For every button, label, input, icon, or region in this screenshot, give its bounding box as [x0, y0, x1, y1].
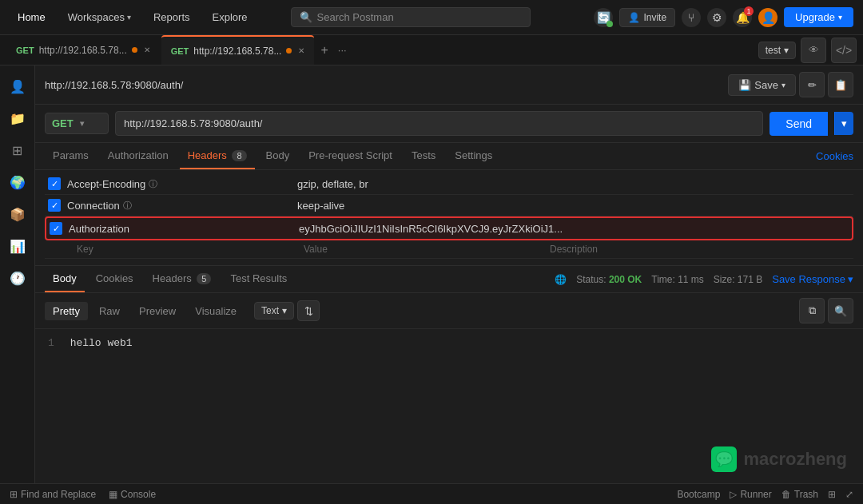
tab-close-1[interactable]: ✕: [144, 46, 150, 54]
git-icon[interactable]: ⑂: [682, 8, 701, 27]
response-size: Size: 171 B: [714, 274, 762, 285]
tab-2[interactable]: GET http://192.168.5.78... ✕: [161, 35, 315, 65]
env-chevron-icon: ▾: [784, 45, 789, 56]
sidebar-new-icon[interactable]: 👤: [3, 72, 32, 101]
nav-workspaces[interactable]: Workspaces ▾: [60, 8, 139, 26]
runner-icon: ▷: [730, 489, 737, 500]
response-body-text: hello web1: [70, 337, 133, 349]
header-value-2: keep-alive: [297, 200, 850, 212]
sync-icon[interactable]: 🔄: [594, 8, 613, 27]
header-row-accept-encoding: ✓ Accept-Encoding ⓘ gzip, deflate, br: [45, 173, 853, 195]
console-button[interactable]: ▦ Console: [109, 489, 156, 500]
edit-button[interactable]: ✏: [799, 72, 825, 97]
sidebar-monitor-icon[interactable]: 📊: [3, 232, 32, 260]
header-checkbox-2[interactable]: ✓: [48, 199, 61, 212]
globe-icon: 🌐: [555, 274, 567, 285]
response-section: Body Cookies Headers 5 Test Results 🌐 St…: [35, 265, 863, 357]
code-view-button[interactable]: </>: [831, 38, 857, 63]
tab-method-1: GET: [16, 46, 34, 55]
sidebar-environments-icon[interactable]: 🌍: [3, 168, 32, 196]
find-replace-button[interactable]: ⊞ Find and Replace: [10, 489, 96, 500]
status-bar: ⊞ Find and Replace ▦ Console Bootcamp ▷ …: [0, 483, 863, 504]
tab-params[interactable]: Params: [45, 143, 97, 169]
nav-home[interactable]: Home: [10, 8, 54, 26]
tab-authorization[interactable]: Authorization: [100, 143, 177, 169]
tab-tests[interactable]: Tests: [404, 143, 443, 169]
headers-table: ✓ Accept-Encoding ⓘ gzip, deflate, br ✓ …: [35, 170, 863, 262]
sidebar-history-icon[interactable]: 🕐: [3, 264, 32, 292]
runner-button[interactable]: ▷ Runner: [730, 489, 771, 500]
line-number-1: 1: [48, 337, 54, 349]
more-tabs-button[interactable]: ···: [335, 44, 350, 56]
user-avatar[interactable]: 👤: [758, 8, 777, 27]
settings-icon[interactable]: ⚙: [707, 8, 726, 27]
nav-reports[interactable]: Reports: [145, 8, 198, 26]
url-input[interactable]: [115, 111, 763, 136]
format-selector[interactable]: Text ▾: [254, 302, 294, 319]
info-icon-1[interactable]: ⓘ: [149, 178, 157, 190]
tab-headers[interactable]: Headers 8: [180, 143, 255, 169]
env-eye-button[interactable]: 👁: [801, 38, 826, 63]
resp-tab-headers[interactable]: Headers 5: [145, 266, 220, 292]
method-selector[interactable]: GET ▾: [45, 113, 109, 134]
top-nav: Home Workspaces ▾ Reports Explore 🔍 Sear…: [0, 0, 863, 35]
tab-prerequest[interactable]: Pre-request Script: [300, 143, 400, 169]
sync-status-indicator: [606, 21, 613, 27]
expand-button[interactable]: ⤢: [845, 489, 853, 500]
tab-1[interactable]: GET http://192.168.5.78... ✕: [6, 35, 160, 65]
header-row-connection: ✓ Connection ⓘ keep-alive: [45, 195, 853, 216]
sidebar-mock-icon[interactable]: 📦: [3, 200, 32, 228]
save-response-button[interactable]: Save Response ▾: [772, 273, 853, 285]
header-key-2: Connection ⓘ: [67, 200, 291, 212]
wechat-icon: 💬: [711, 446, 737, 472]
bootcamp-button[interactable]: Bootcamp: [677, 489, 720, 500]
resp-tab-test-results[interactable]: Test Results: [222, 266, 295, 292]
copy-response-button[interactable]: ⧉: [799, 298, 825, 323]
resp-tab-body[interactable]: Body: [45, 266, 85, 292]
main-content: http://192.168.5.78:9080/auth/ 💾 Save ▾ …: [35, 65, 863, 483]
header-checkbox-1[interactable]: ✓: [48, 177, 61, 190]
save-chevron-icon: ▾: [781, 81, 785, 89]
headers-badge: 8: [232, 150, 246, 161]
tab-settings[interactable]: Settings: [447, 143, 500, 169]
request-line: GET ▾ Send ▾: [35, 105, 863, 143]
header-value-3: eyJhbGciOiJIUzI1NiIsInR5cCI6IkpXVCJ9.eyJ…: [299, 223, 849, 235]
new-tab-button[interactable]: +: [316, 43, 332, 58]
upgrade-chevron-icon: ▾: [838, 13, 842, 22]
header-checkbox-3[interactable]: ✓: [50, 222, 62, 235]
trash-button[interactable]: 🗑 Trash: [781, 489, 818, 500]
save-button[interactable]: 💾 Save ▾: [728, 74, 796, 96]
response-tabs-bar: Body Cookies Headers 5 Test Results 🌐 St…: [35, 266, 863, 293]
resp-headers-badge: 5: [197, 273, 211, 284]
tab-close-2[interactable]: ✕: [298, 46, 304, 55]
cookies-link[interactable]: Cookies: [816, 150, 853, 162]
docs-button[interactable]: 📋: [828, 72, 853, 97]
notification-icon[interactable]: 🔔 1: [733, 8, 752, 27]
sidebar-collections-icon[interactable]: 📁: [3, 104, 32, 133]
search-bar[interactable]: 🔍 Search Postman: [291, 7, 531, 27]
resp-body-tab-preview[interactable]: Preview: [131, 302, 184, 320]
resp-tab-cookies[interactable]: Cookies: [88, 266, 141, 292]
send-dropdown-button[interactable]: ▾: [834, 112, 853, 135]
upgrade-button[interactable]: Upgrade ▾: [784, 7, 853, 27]
resp-body-tab-pretty[interactable]: Pretty: [45, 302, 88, 320]
resp-body-tab-visualize[interactable]: Visualize: [187, 302, 245, 320]
info-icon-2[interactable]: ⓘ: [123, 200, 132, 212]
layout-button[interactable]: ⊞: [828, 489, 836, 500]
response-meta: 🌐 Status: 200 OK Time: 11 ms Size: 171 B…: [555, 273, 853, 285]
invite-button[interactable]: 👤 Invite: [619, 8, 675, 27]
nav-right: 🔄 👤 Invite ⑂ ⚙ 🔔 1 👤 Upgrade ▾: [594, 7, 853, 27]
nav-explore[interactable]: Explore: [205, 8, 256, 26]
sidebar-api-icon[interactable]: ⊞: [3, 136, 32, 165]
tab-url-1: http://192.168.5.78...: [39, 45, 127, 56]
col-header-value: Value: [304, 244, 543, 255]
format-button[interactable]: ⇅: [297, 300, 320, 321]
tab-url-2: http://192.168.5.78...: [193, 46, 281, 57]
tab-body[interactable]: Body: [258, 143, 298, 169]
resp-body-tab-raw[interactable]: Raw: [91, 302, 128, 320]
notification-badge: 1: [744, 6, 754, 16]
send-button[interactable]: Send: [770, 112, 828, 136]
invite-icon: 👤: [628, 12, 640, 23]
environment-selector[interactable]: test ▾: [758, 42, 796, 59]
search-response-button[interactable]: 🔍: [828, 298, 853, 323]
